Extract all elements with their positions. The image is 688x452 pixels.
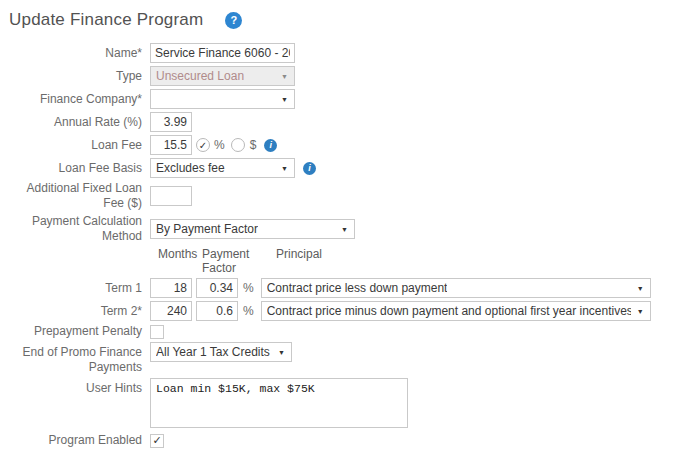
program-enabled-checkbox[interactable]: ✓ (150, 434, 164, 448)
chevron-down-icon: ▼ (281, 165, 288, 172)
loan-fee-percent-radio[interactable]: ✓ (196, 138, 210, 152)
program-enabled-row: Program Enabled ✓ (8, 433, 688, 448)
end-of-promo-label: End of Promo Finance Payments (8, 342, 150, 375)
type-select: Unsecured Loan ▼ (150, 66, 295, 86)
name-input[interactable] (150, 43, 295, 63)
update-finance-program-form: Update Finance Program ? Name* Type Unse… (0, 0, 688, 452)
payment-calculation-method-select[interactable]: By Payment Factor ▼ (150, 219, 355, 239)
term-2-label: Term 2* (8, 304, 150, 319)
payment-calculation-method-select-value: By Payment Factor (156, 222, 258, 236)
annual-rate-label: Annual Rate (%) (8, 115, 150, 130)
principal-column-header: Principal (276, 247, 322, 275)
end-of-promo-select[interactable]: All Year 1 Tax Credits ▼ (150, 342, 292, 362)
term-2-principal-select[interactable]: Contract price minus down payment and op… (261, 301, 651, 321)
annual-rate-input[interactable] (150, 112, 192, 132)
name-label: Name* (8, 46, 150, 61)
additional-fixed-loan-fee-label: Additional Fixed Loan Fee ($) (8, 181, 150, 211)
term-1-principal-select[interactable]: Contract price less down payment ▼ (261, 278, 651, 298)
loan-fee-basis-row: Loan Fee Basis Excludes fee ▼ i (8, 158, 688, 178)
program-enabled-label: Program Enabled (8, 433, 150, 448)
user-hints-row: User Hints Loan min $15K, max $75K (8, 378, 688, 428)
term-1-percent-label: % (243, 281, 254, 295)
chevron-down-icon: ▼ (637, 285, 644, 292)
term-2-payment-factor-input[interactable] (196, 301, 238, 321)
user-hints-textarea[interactable]: Loan min $15K, max $75K (150, 378, 408, 428)
loan-fee-basis-label: Loan Fee Basis (8, 161, 150, 176)
name-row: Name* (8, 43, 688, 63)
prepayment-penalty-row: Prepayment Penalty (8, 324, 688, 339)
payment-factor-column-header: Payment Factor (202, 247, 276, 275)
term-1-principal-select-value: Contract price less down payment (267, 281, 448, 295)
term-1-row: Term 1 % Contract price less down paymen… (8, 278, 688, 298)
type-row: Type Unsecured Loan ▼ (8, 66, 688, 86)
loan-fee-input[interactable] (150, 135, 192, 155)
page-header: Update Finance Program ? (9, 10, 688, 30)
term-2-percent-label: % (243, 304, 254, 318)
loan-fee-basis-select-value: Excludes fee (156, 161, 225, 175)
additional-fixed-loan-fee-row: Additional Fixed Loan Fee ($) (8, 181, 688, 211)
prepayment-penalty-checkbox[interactable] (150, 325, 164, 339)
page-title: Update Finance Program (9, 10, 203, 30)
loan-fee-dollar-radio[interactable] (231, 138, 245, 152)
term-2-months-input[interactable] (150, 301, 192, 321)
term-1-label: Term 1 (8, 281, 150, 296)
chevron-down-icon: ▼ (637, 308, 644, 315)
dollar-unit-label: $ (250, 138, 257, 152)
term-1-payment-factor-input[interactable] (196, 278, 238, 298)
annual-rate-row: Annual Rate (%) (8, 112, 688, 132)
payment-calculation-method-label: Payment Calculation Method (8, 214, 150, 244)
chevron-down-icon: ▼ (278, 349, 285, 356)
finance-company-select[interactable]: ▼ (150, 89, 295, 109)
term-2-row: Term 2* % Contract price minus down paym… (8, 301, 688, 321)
user-hints-label: User Hints (8, 378, 150, 396)
chevron-down-icon: ▼ (341, 226, 348, 233)
additional-fixed-loan-fee-input[interactable] (150, 186, 192, 206)
type-label: Type (8, 69, 150, 84)
type-select-value: Unsecured Loan (156, 69, 244, 83)
prepayment-penalty-label: Prepayment Penalty (8, 324, 150, 339)
info-icon[interactable]: i (264, 139, 277, 152)
end-of-promo-select-value: All Year 1 Tax Credits (156, 345, 270, 359)
term-1-months-input[interactable] (150, 278, 192, 298)
loan-fee-row: Loan Fee ✓ % $ i (8, 135, 688, 155)
months-column-header: Months (158, 247, 202, 275)
help-icon[interactable]: ? (225, 12, 242, 29)
finance-company-row: Finance Company* ▼ (8, 89, 688, 109)
percent-unit-label: % (214, 138, 225, 152)
loan-fee-basis-select[interactable]: Excludes fee ▼ (150, 158, 295, 178)
chevron-down-icon: ▼ (281, 73, 288, 80)
loan-fee-label: Loan Fee (8, 138, 150, 153)
terms-column-headers: Months Payment Factor Principal (158, 247, 688, 275)
end-of-promo-row: End of Promo Finance Payments All Year 1… (8, 342, 688, 375)
payment-calculation-method-row: Payment Calculation Method By Payment Fa… (8, 214, 688, 244)
info-icon[interactable]: i (303, 162, 316, 175)
term-2-principal-select-value: Contract price minus down payment and op… (267, 304, 631, 318)
finance-company-label: Finance Company* (8, 92, 150, 107)
chevron-down-icon: ▼ (281, 96, 288, 103)
